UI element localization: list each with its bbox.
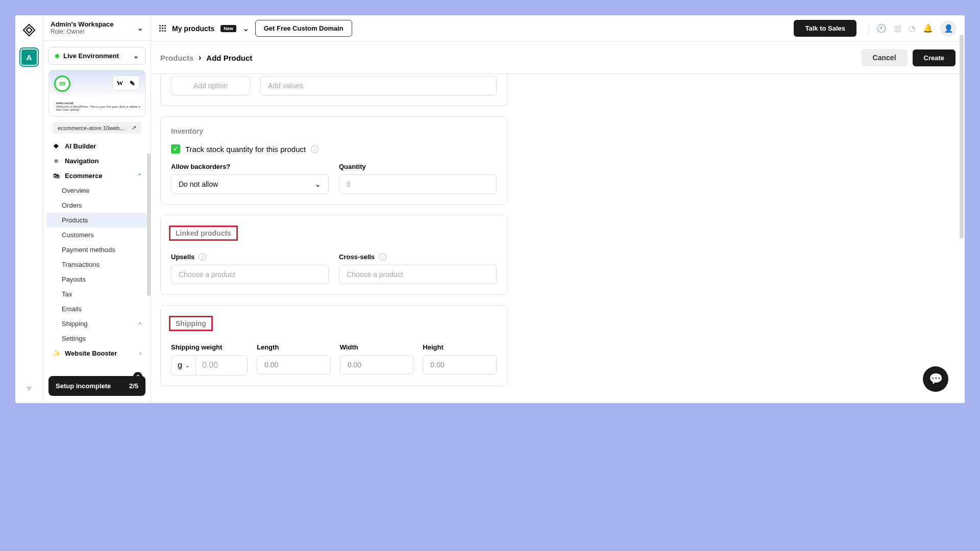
breadcrumb-root[interactable]: Products	[160, 54, 193, 62]
edit-icon[interactable]: ✎	[127, 78, 138, 89]
sidebar-item-tax[interactable]: Tax	[46, 287, 148, 302]
chevron-right-icon: ›	[140, 350, 141, 356]
upsells-label: Upsells	[171, 253, 194, 261]
quantity-label: Quantity	[339, 163, 497, 170]
chevron-up-icon: ⌃	[133, 372, 142, 381]
main-scrollbar[interactable]	[960, 35, 964, 239]
inventory-title: Inventory	[171, 127, 497, 135]
environment-select[interactable]: Live Environment ⌄	[48, 47, 145, 65]
user-avatar[interactable]: 👤	[940, 20, 957, 37]
add-values-input[interactable]	[260, 76, 497, 95]
height-label: Height	[423, 343, 497, 351]
sidebar-item-navigation[interactable]: ≡Navigation	[46, 154, 148, 168]
chevron-up-icon: ⌃	[137, 173, 141, 179]
chevron-down-icon: ⌄	[185, 363, 189, 368]
external-link-icon: ↗	[132, 124, 136, 131]
length-label: Length	[257, 343, 331, 351]
sidebar: Admin's Workspace Role: Owner ⌄ Live Env…	[43, 15, 151, 403]
menu-icon: ≡	[53, 157, 60, 165]
sidebar-item-website-booster[interactable]: ✨Website Booster›	[46, 346, 148, 361]
chat-icon: 💬	[929, 372, 943, 386]
chevron-down-icon: ⌄	[137, 23, 143, 33]
chevron-down-icon[interactable]: ⌄	[242, 23, 249, 33]
app-logo-icon[interactable]	[22, 23, 36, 37]
backorders-label: Allow backorders?	[171, 163, 329, 170]
shipping-card: Shipping Shipping weight g⌄ 0.00 Length …	[160, 305, 507, 386]
workspace-title: Admin's Workspace	[51, 20, 114, 28]
chevron-down-icon: ⌄	[315, 180, 321, 188]
info-icon[interactable]: i	[199, 253, 206, 261]
upsells-input[interactable]	[171, 265, 329, 284]
cancel-button[interactable]: Cancel	[862, 49, 908, 66]
sidebar-item-ecommerce[interactable]: 🛍Ecommerce⌃	[46, 168, 148, 183]
sparkle-icon: ✨	[53, 349, 60, 357]
track-stock-checkbox[interactable]: ✓	[171, 144, 180, 154]
layers-icon: ❖	[53, 142, 60, 150]
breadcrumb-current: Add Product	[206, 54, 252, 62]
shipping-weight-input[interactable]: g⌄ 0.00	[171, 355, 248, 375]
workspace-avatar[interactable]: A	[20, 48, 38, 66]
cross-sells-input[interactable]	[339, 265, 497, 284]
site-preview-card[interactable]: 99 W ✎ Hello world! Welcome to WordPress…	[48, 70, 145, 117]
length-input[interactable]: 0.00	[257, 355, 331, 374]
sidebar-item-products[interactable]: Products	[46, 213, 148, 228]
get-domain-button[interactable]: Get Free Custom Domain	[255, 20, 352, 37]
bag-icon: 🛍	[53, 172, 60, 180]
setup-incomplete-pill[interactable]: ⌃ Setup incomplete 2/5	[48, 376, 145, 396]
sidebar-item-ai-builder[interactable]: ❖AI Builder	[46, 139, 148, 154]
top-bar-title: My products	[172, 24, 214, 33]
book-icon[interactable]: ▥	[894, 23, 901, 33]
sidebar-item-settings[interactable]: Settings	[46, 331, 148, 346]
height-input[interactable]: 0.00	[423, 355, 497, 374]
inventory-card: Inventory ✓ Track stock quantity for thi…	[160, 116, 507, 205]
info-icon[interactable]: i	[311, 145, 318, 153]
sidebar-item-customers[interactable]: Customers	[46, 228, 148, 242]
linked-products-card: Linked products Upsells i Cross-sells i	[160, 215, 507, 295]
top-bar: My products New ⌄ Get Free Custom Domain…	[151, 15, 965, 42]
options-card	[160, 74, 507, 106]
clock-icon[interactable]: 🕘	[876, 23, 887, 33]
bell-icon[interactable]: 🔔	[923, 23, 933, 33]
sidebar-scrollbar[interactable]	[147, 153, 151, 296]
sidebar-item-payouts[interactable]: Payouts	[46, 272, 148, 287]
status-dot-icon	[55, 54, 59, 58]
linked-products-title: Linked products	[169, 226, 238, 241]
heart-icon[interactable]: ♥	[27, 383, 32, 394]
domain-chip[interactable]: ecommerce-store.10web... ↗	[53, 122, 141, 134]
workspace-role: Role: Owner	[51, 28, 114, 35]
shipping-title: Shipping	[169, 316, 213, 331]
talk-to-sales-button[interactable]: Talk to Sales	[794, 20, 856, 37]
external-link-icon: ↗	[137, 321, 141, 327]
workspace-switcher[interactable]: Admin's Workspace Role: Owner ⌄	[43, 15, 151, 41]
content-scroll[interactable]: Inventory ✓ Track stock quantity for thi…	[151, 74, 965, 403]
shipping-weight-label: Shipping weight	[171, 343, 248, 351]
info-icon[interactable]: i	[379, 253, 386, 261]
main-area: My products New ⌄ Get Free Custom Domain…	[151, 15, 965, 403]
backorders-select[interactable]: Do not allow ⌄	[171, 174, 329, 194]
add-option-input[interactable]	[171, 76, 250, 95]
cross-sells-label: Cross-sells	[339, 253, 375, 261]
wordpress-icon[interactable]: W	[114, 78, 126, 89]
sidebar-item-transactions[interactable]: Transactions	[46, 257, 148, 272]
sidebar-item-orders[interactable]: Orders	[46, 198, 148, 213]
quantity-input[interactable]	[339, 174, 497, 194]
sidebar-item-payment-methods[interactable]: Payment methods	[46, 242, 148, 257]
chat-fab[interactable]: 💬	[923, 366, 948, 392]
left-rail: A ♥	[15, 15, 43, 403]
chevron-down-icon: ⌄	[133, 52, 139, 60]
track-stock-label: Track stock quantity for this product	[185, 145, 306, 154]
performance-score-badge: 99	[54, 76, 70, 92]
sidebar-item-overview[interactable]: Overview	[46, 183, 148, 198]
apps-grid-icon[interactable]	[159, 25, 166, 32]
width-label: Width	[340, 343, 414, 351]
new-badge: New	[220, 25, 236, 32]
breadcrumb-bar: Products › Add Product Cancel Create	[151, 42, 965, 74]
chevron-right-icon: ›	[199, 53, 201, 62]
width-input[interactable]: 0.00	[340, 355, 414, 374]
sidebar-item-emails[interactable]: Emails	[46, 302, 148, 316]
pie-chart-icon[interactable]: ◔	[909, 23, 916, 33]
create-button[interactable]: Create	[913, 49, 955, 66]
sidebar-item-shipping[interactable]: Shipping↗	[46, 316, 148, 331]
